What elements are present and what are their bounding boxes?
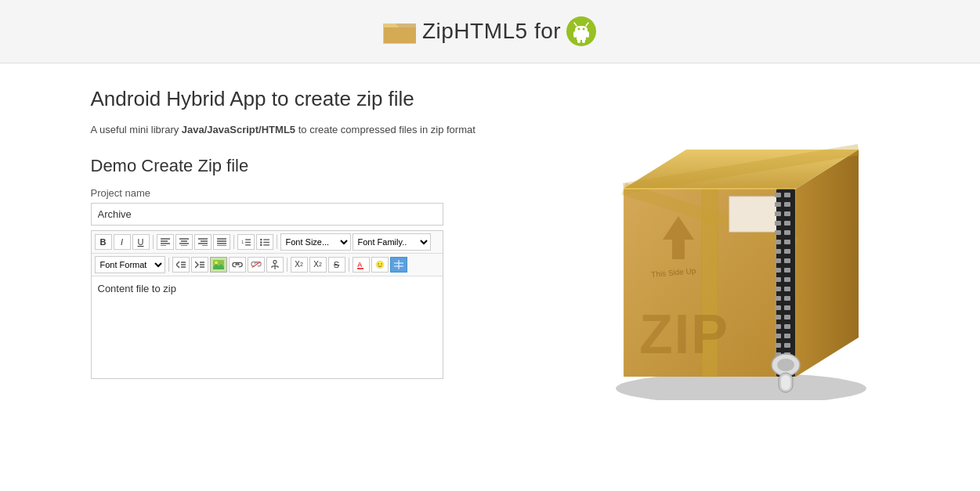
svg-point-33 <box>260 239 262 241</box>
font-family-select[interactable]: Font Family.. ArialGeorgiaTimes New Roma… <box>353 233 431 251</box>
site-title: ZipHTML5 for <box>422 19 561 44</box>
separator-1 <box>153 235 154 249</box>
align-right-button[interactable] <box>194 234 212 250</box>
align-justify-button[interactable] <box>213 234 230 250</box>
svg-rect-87 <box>784 249 790 254</box>
unordered-list-button[interactable] <box>256 234 273 250</box>
insert-table-button[interactable] <box>390 257 407 273</box>
svg-rect-89 <box>784 258 790 263</box>
toolbar-row1: B I U 1. <box>92 231 443 254</box>
svg-rect-85 <box>784 240 790 244</box>
svg-rect-10 <box>577 31 586 40</box>
svg-rect-90 <box>775 268 781 273</box>
svg-text:A: A <box>357 261 363 269</box>
svg-rect-103 <box>784 324 790 329</box>
font-size-select[interactable]: Font Size... 810121416182436 <box>280 233 351 251</box>
italic-button[interactable]: I <box>114 234 131 250</box>
svg-rect-95 <box>784 287 790 291</box>
toolbar-row2: Font Format NormalHeading 1Heading 2 <box>92 254 443 276</box>
font-color-button[interactable]: A <box>353 257 370 273</box>
anchor-button[interactable] <box>266 257 284 273</box>
svg-text:1.: 1. <box>241 240 245 244</box>
svg-rect-81 <box>784 221 790 226</box>
svg-rect-55 <box>357 268 363 269</box>
left-panel: Android Hybrid App to create zip file A … <box>91 87 530 379</box>
svg-rect-84 <box>775 240 781 244</box>
svg-rect-76 <box>775 202 781 207</box>
svg-rect-2 <box>384 27 416 43</box>
separator-4 <box>168 258 169 272</box>
svg-rect-86 <box>775 249 781 254</box>
zip-box-svg: This Side Up <box>577 87 890 400</box>
separator-6 <box>349 258 349 272</box>
svg-rect-73 <box>776 189 795 377</box>
svg-rect-79 <box>784 211 790 216</box>
underline-button[interactable]: U <box>132 234 150 250</box>
svg-rect-94 <box>775 287 781 291</box>
svg-line-48 <box>251 262 260 267</box>
separator-3 <box>277 235 277 249</box>
svg-point-34 <box>260 241 262 244</box>
svg-point-56 <box>376 261 384 269</box>
svg-rect-97 <box>784 296 790 301</box>
remove-link-button[interactable] <box>248 257 265 273</box>
bold-button[interactable]: B <box>95 234 112 250</box>
svg-point-7 <box>583 28 585 31</box>
svg-point-35 <box>260 244 262 245</box>
svg-rect-83 <box>784 230 790 235</box>
svg-rect-77 <box>784 202 790 207</box>
svg-rect-92 <box>775 277 781 282</box>
svg-point-63 <box>616 373 866 400</box>
svg-rect-75 <box>784 193 790 197</box>
align-center-button[interactable] <box>175 234 193 250</box>
svg-rect-80 <box>775 221 781 226</box>
indent-button[interactable] <box>191 257 208 273</box>
subscript-button[interactable]: X2 <box>291 257 308 273</box>
font-format-select[interactable]: Font Format NormalHeading 1Heading 2 <box>95 256 165 273</box>
svg-rect-107 <box>784 343 790 348</box>
svg-rect-102 <box>775 324 781 329</box>
separator-2 <box>233 235 234 249</box>
svg-rect-98 <box>775 305 781 310</box>
insert-link-button[interactable] <box>229 257 246 273</box>
svg-point-113 <box>777 359 794 371</box>
svg-point-6 <box>578 28 580 31</box>
svg-rect-88 <box>775 258 781 263</box>
svg-point-58 <box>381 263 382 265</box>
right-panel: This Side Up <box>561 87 890 400</box>
svg-rect-101 <box>784 315 790 320</box>
outdent-button[interactable] <box>172 257 190 273</box>
svg-marker-65 <box>796 150 859 377</box>
editor-container: B I U 1. <box>91 230 443 379</box>
svg-rect-74 <box>775 193 781 197</box>
svg-rect-9 <box>586 31 589 38</box>
editor-content-area[interactable]: Content file to zip <box>92 276 443 378</box>
svg-rect-99 <box>784 305 790 310</box>
logo-area: ZipHTML5 for <box>383 16 597 47</box>
main-content: Android Hybrid App to create zip file A … <box>60 63 921 431</box>
svg-rect-82 <box>775 230 781 235</box>
superscript-button[interactable]: X2 <box>309 257 327 273</box>
svg-rect-78 <box>775 211 781 216</box>
ordered-list-button[interactable]: 1. <box>237 234 255 250</box>
svg-rect-93 <box>784 277 790 282</box>
svg-text:ZIP: ZIP <box>639 304 729 365</box>
project-name-input[interactable] <box>91 203 443 226</box>
svg-rect-91 <box>784 268 790 273</box>
svg-point-49 <box>273 260 277 263</box>
svg-point-57 <box>378 263 379 265</box>
page-title: Android Hybrid App to create zip file <box>91 87 530 111</box>
svg-rect-105 <box>784 334 790 338</box>
emoticon-button[interactable] <box>371 257 389 273</box>
header: ZipHTML5 for <box>0 0 980 63</box>
section-title: Demo Create Zip file <box>91 156 530 176</box>
project-name-label: Project name <box>91 187 530 199</box>
separator-5 <box>287 258 287 272</box>
zip-box-illustration: This Side Up <box>577 87 874 400</box>
svg-rect-8 <box>573 31 577 38</box>
align-left-button[interactable] <box>157 234 174 250</box>
svg-rect-96 <box>775 296 781 301</box>
strikethrough-button[interactable]: S <box>328 257 345 273</box>
insert-image-button[interactable] <box>210 257 227 273</box>
android-icon <box>566 16 597 47</box>
